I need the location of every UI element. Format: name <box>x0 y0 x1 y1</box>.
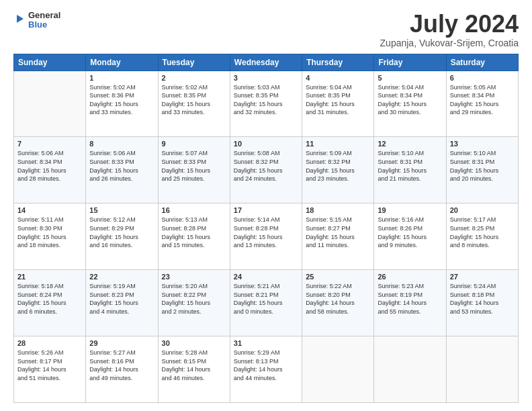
week-row-2: 7Sunrise: 5:06 AM Sunset: 8:34 PM Daylig… <box>14 137 519 203</box>
day-number: 7 <box>17 140 82 148</box>
day-number: 31 <box>234 339 298 347</box>
day-number: 9 <box>162 140 226 148</box>
day-cell-w5-d4: 31Sunrise: 5:29 AM Sunset: 8:13 PM Dayli… <box>230 336 302 403</box>
day-cell-w3-d4: 17Sunrise: 5:14 AM Sunset: 8:28 PM Dayli… <box>230 203 302 270</box>
day-info: Sunrise: 5:10 AM Sunset: 8:31 PM Dayligh… <box>450 149 515 183</box>
day-info: Sunrise: 5:07 AM Sunset: 8:33 PM Dayligh… <box>162 149 226 183</box>
day-info: Sunrise: 5:26 AM Sunset: 8:17 PM Dayligh… <box>17 349 82 382</box>
logo-line2: Blue <box>28 20 60 30</box>
day-number: 1 <box>89 74 154 82</box>
day-cell-w2-d7: 13Sunrise: 5:10 AM Sunset: 8:31 PM Dayli… <box>446 137 518 203</box>
day-number: 28 <box>17 339 82 347</box>
day-number: 13 <box>450 140 515 148</box>
week-row-3: 14Sunrise: 5:11 AM Sunset: 8:30 PM Dayli… <box>14 203 519 270</box>
day-number: 24 <box>234 273 298 281</box>
day-number: 25 <box>306 273 370 281</box>
day-info: Sunrise: 5:28 AM Sunset: 8:15 PM Dayligh… <box>162 349 226 382</box>
day-number: 14 <box>17 206 82 214</box>
day-info: Sunrise: 5:21 AM Sunset: 8:21 PM Dayligh… <box>234 282 298 316</box>
week-row-1: 1Sunrise: 5:02 AM Sunset: 8:36 PM Daylig… <box>14 71 519 137</box>
day-number: 16 <box>162 206 226 214</box>
day-info: Sunrise: 5:10 AM Sunset: 8:31 PM Dayligh… <box>378 149 442 183</box>
day-number: 23 <box>162 273 226 281</box>
day-cell-w4-d1: 21Sunrise: 5:18 AM Sunset: 8:24 PM Dayli… <box>14 270 86 336</box>
day-number: 27 <box>450 273 515 281</box>
day-number: 11 <box>306 140 370 148</box>
day-info: Sunrise: 5:20 AM Sunset: 8:22 PM Dayligh… <box>162 282 226 316</box>
day-info: Sunrise: 5:06 AM Sunset: 8:33 PM Dayligh… <box>89 149 154 183</box>
title-block: July 2024 Zupanja, Vukovar-Srijem, Croat… <box>380 11 519 48</box>
day-number: 15 <box>89 206 154 214</box>
day-info: Sunrise: 5:09 AM Sunset: 8:32 PM Dayligh… <box>306 149 370 183</box>
weekday-header-row: Sunday Monday Tuesday Wednesday Thursday… <box>14 54 519 71</box>
day-info: Sunrise: 5:17 AM Sunset: 8:25 PM Dayligh… <box>450 216 515 249</box>
day-cell-w1-d2: 1Sunrise: 5:02 AM Sunset: 8:36 PM Daylig… <box>86 71 158 137</box>
day-cell-w1-d4: 3Sunrise: 5:03 AM Sunset: 8:35 PM Daylig… <box>230 71 302 137</box>
day-cell-w3-d3: 16Sunrise: 5:13 AM Sunset: 8:28 PM Dayli… <box>158 203 230 270</box>
day-cell-w5-d3: 30Sunrise: 5:28 AM Sunset: 8:15 PM Dayli… <box>158 336 230 403</box>
day-cell-w3-d5: 18Sunrise: 5:15 AM Sunset: 8:27 PM Dayli… <box>302 203 374 270</box>
day-info: Sunrise: 5:03 AM Sunset: 8:35 PM Dayligh… <box>234 83 298 117</box>
day-cell-w3-d7: 20Sunrise: 5:17 AM Sunset: 8:25 PM Dayli… <box>446 203 518 270</box>
header-tuesday: Tuesday <box>158 54 230 71</box>
day-cell-w2-d1: 7Sunrise: 5:06 AM Sunset: 8:34 PM Daylig… <box>14 137 86 203</box>
header-saturday: Saturday <box>446 54 518 71</box>
day-info: Sunrise: 5:08 AM Sunset: 8:32 PM Dayligh… <box>234 149 298 183</box>
day-cell-w4-d6: 26Sunrise: 5:23 AM Sunset: 8:19 PM Dayli… <box>374 270 446 336</box>
day-cell-w4-d4: 24Sunrise: 5:21 AM Sunset: 8:21 PM Dayli… <box>230 270 302 336</box>
day-cell-w1-d1 <box>14 71 86 137</box>
day-cell-w1-d7: 6Sunrise: 5:05 AM Sunset: 8:34 PM Daylig… <box>446 71 518 137</box>
main-title: July 2024 <box>380 11 519 38</box>
day-info: Sunrise: 5:18 AM Sunset: 8:24 PM Dayligh… <box>17 282 82 316</box>
day-info: Sunrise: 5:16 AM Sunset: 8:26 PM Dayligh… <box>378 216 442 249</box>
day-number: 29 <box>89 339 154 347</box>
header-friday: Friday <box>374 54 446 71</box>
day-number: 8 <box>89 140 154 148</box>
header-wednesday: Wednesday <box>230 54 302 71</box>
day-info: Sunrise: 5:24 AM Sunset: 8:18 PM Dayligh… <box>450 282 515 316</box>
day-info: Sunrise: 5:22 AM Sunset: 8:20 PM Dayligh… <box>306 282 370 316</box>
day-number: 21 <box>17 273 82 281</box>
subtitle: Zupanja, Vukovar-Srijem, Croatia <box>380 38 519 48</box>
header-sunday: Sunday <box>14 54 86 71</box>
day-info: Sunrise: 5:14 AM Sunset: 8:28 PM Dayligh… <box>234 216 298 249</box>
day-number: 5 <box>378 74 442 82</box>
header: General Blue July 2024 Zupanja, Vukovar-… <box>13 11 519 48</box>
day-cell-w5-d7 <box>446 336 518 403</box>
day-info: Sunrise: 5:05 AM Sunset: 8:34 PM Dayligh… <box>450 83 515 117</box>
day-info: Sunrise: 5:11 AM Sunset: 8:30 PM Dayligh… <box>17 216 82 249</box>
day-number: 3 <box>234 74 298 82</box>
day-number: 19 <box>378 206 442 214</box>
page: General Blue July 2024 Zupanja, Vukovar-… <box>0 0 532 411</box>
day-info: Sunrise: 5:13 AM Sunset: 8:28 PM Dayligh… <box>162 216 226 249</box>
day-info: Sunrise: 5:15 AM Sunset: 8:27 PM Dayligh… <box>306 216 370 249</box>
day-number: 30 <box>162 339 226 347</box>
svg-marker-0 <box>17 15 24 23</box>
day-cell-w2-d5: 11Sunrise: 5:09 AM Sunset: 8:32 PM Dayli… <box>302 137 374 203</box>
week-row-5: 28Sunrise: 5:26 AM Sunset: 8:17 PM Dayli… <box>14 336 519 403</box>
day-info: Sunrise: 5:04 AM Sunset: 8:35 PM Dayligh… <box>306 83 370 117</box>
day-info: Sunrise: 5:02 AM Sunset: 8:36 PM Dayligh… <box>89 83 154 117</box>
day-cell-w4-d5: 25Sunrise: 5:22 AM Sunset: 8:20 PM Dayli… <box>302 270 374 336</box>
day-cell-w4-d7: 27Sunrise: 5:24 AM Sunset: 8:18 PM Dayli… <box>446 270 518 336</box>
day-cell-w3-d6: 19Sunrise: 5:16 AM Sunset: 8:26 PM Dayli… <box>374 203 446 270</box>
day-cell-w1-d6: 5Sunrise: 5:04 AM Sunset: 8:34 PM Daylig… <box>374 71 446 137</box>
day-cell-w1-d3: 2Sunrise: 5:02 AM Sunset: 8:35 PM Daylig… <box>158 71 230 137</box>
logo-arrow-icon <box>13 13 26 28</box>
day-info: Sunrise: 5:02 AM Sunset: 8:35 PM Dayligh… <box>162 83 226 117</box>
day-info: Sunrise: 5:27 AM Sunset: 8:16 PM Dayligh… <box>89 349 154 382</box>
day-number: 22 <box>89 273 154 281</box>
day-cell-w5-d5 <box>302 336 374 403</box>
day-info: Sunrise: 5:19 AM Sunset: 8:23 PM Dayligh… <box>89 282 154 316</box>
calendar-table: Sunday Monday Tuesday Wednesday Thursday… <box>13 54 519 403</box>
day-info: Sunrise: 5:29 AM Sunset: 8:13 PM Dayligh… <box>234 349 298 382</box>
day-number: 10 <box>234 140 298 148</box>
day-cell-w5-d1: 28Sunrise: 5:26 AM Sunset: 8:17 PM Dayli… <box>14 336 86 403</box>
day-cell-w3-d1: 14Sunrise: 5:11 AM Sunset: 8:30 PM Dayli… <box>14 203 86 270</box>
header-thursday: Thursday <box>302 54 374 71</box>
day-cell-w2-d2: 8Sunrise: 5:06 AM Sunset: 8:33 PM Daylig… <box>86 137 158 203</box>
day-number: 18 <box>306 206 370 214</box>
day-number: 17 <box>234 206 298 214</box>
day-number: 20 <box>450 206 515 214</box>
day-number: 4 <box>306 74 370 82</box>
